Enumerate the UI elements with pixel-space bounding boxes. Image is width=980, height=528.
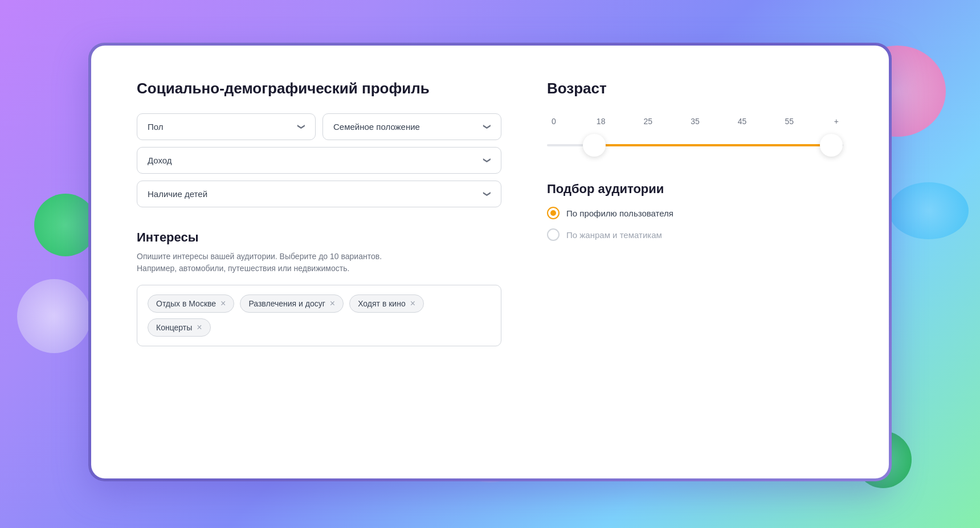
radio-label-genre: По жанрам и тематикам — [566, 230, 662, 240]
age-label-55: 55 — [783, 117, 795, 126]
tag-concerts[interactable]: Концерты × — [148, 318, 211, 337]
tag-entertainment-label: Развлечения и досуг — [248, 299, 325, 308]
radio-label-profile: По профилю пользователя — [566, 208, 673, 218]
left-column: Социально-демографический профиль Пол ❯ … — [137, 80, 501, 444]
tag-concerts-label: Концерты — [156, 323, 192, 332]
tag-odykh[interactable]: Отдых в Москве × — [148, 294, 234, 313]
slider-thumb-right[interactable] — [820, 134, 843, 157]
tag-odykh-label: Отдых в Москве — [156, 299, 216, 308]
age-label-plus: + — [831, 117, 842, 126]
age-label-35: 35 — [689, 117, 701, 126]
interests-description: Опишите интересы вашей аудитории. Выбери… — [137, 251, 501, 275]
interests-tags-container[interactable]: Отдых в Москве × Развлечения и досуг × Х… — [137, 285, 501, 346]
age-label-0: 0 — [548, 117, 560, 126]
slider-fill — [594, 144, 831, 146]
children-dropdown-icon: ❯ — [483, 191, 492, 197]
age-label-25: 25 — [642, 117, 654, 126]
income-dropdown-icon: ❯ — [483, 157, 492, 163]
right-column: Возраст 0 18 25 35 45 55 + — [547, 80, 843, 444]
tag-concerts-remove[interactable]: × — [197, 323, 202, 332]
audience-section: Подбор аудитории По профилю пользователя… — [547, 182, 843, 250]
decorative-blob-blue-right — [889, 182, 969, 239]
radio-option-genre[interactable]: По жанрам и тематикам — [547, 228, 843, 241]
radio-circle-genre[interactable] — [547, 228, 560, 241]
income-dropdown-label: Доход — [148, 155, 172, 165]
age-label-18: 18 — [595, 117, 607, 126]
gender-dropdown[interactable]: Пол ❯ — [137, 113, 316, 140]
dropdowns-grid: Пол ❯ Семейное положение ❯ Доход ❯ Налич… — [137, 113, 501, 207]
age-label-45: 45 — [737, 117, 748, 126]
age-labels: 0 18 25 35 45 55 + — [547, 117, 843, 126]
slider-thumb-left[interactable] — [583, 134, 606, 157]
tag-entertainment-remove[interactable]: × — [330, 299, 335, 308]
age-title: Возраст — [547, 80, 843, 97]
decorative-blob-white-left — [17, 279, 91, 353]
income-dropdown[interactable]: Доход ❯ — [137, 147, 501, 174]
interests-title: Интересы — [137, 230, 501, 245]
tag-cinema-label: Ходят в кино — [358, 299, 406, 308]
tag-odykh-remove[interactable]: × — [220, 299, 226, 308]
children-dropdown-label: Наличие детей — [148, 189, 207, 199]
age-slider-container: 0 18 25 35 45 55 + — [547, 111, 843, 159]
radio-circle-profile[interactable] — [547, 207, 560, 219]
family-dropdown[interactable]: Семейное положение ❯ — [322, 113, 501, 140]
gender-dropdown-label: Пол — [148, 122, 164, 132]
family-dropdown-label: Семейное положение — [333, 122, 420, 132]
card-wrapper: Социально-демографический профиль Пол ❯ … — [88, 43, 892, 481]
children-dropdown[interactable]: Наличие детей ❯ — [137, 181, 501, 207]
tag-cinema-remove[interactable]: × — [410, 299, 415, 308]
decorative-blob-green-left — [34, 194, 97, 256]
radio-option-profile[interactable]: По профилю пользователя — [547, 207, 843, 219]
interests-description-text: Опишите интересы вашей аудитории. Выбери… — [137, 252, 382, 273]
age-section: Возраст 0 18 25 35 45 55 + — [547, 80, 843, 159]
audience-title: Подбор аудитории — [547, 182, 843, 197]
interests-section: Интересы Опишите интересы вашей аудитори… — [137, 230, 501, 346]
gender-dropdown-icon: ❯ — [297, 124, 306, 130]
slider-track-wrapper — [547, 132, 843, 159]
tag-cinema[interactable]: Ходят в кино × — [349, 294, 424, 313]
family-dropdown-icon: ❯ — [483, 124, 492, 130]
main-card: Социально-демографический профиль Пол ❯ … — [91, 46, 889, 478]
demographics-title: Социально-демографический профиль — [137, 80, 501, 97]
tag-entertainment[interactable]: Развлечения и досуг × — [240, 294, 344, 313]
